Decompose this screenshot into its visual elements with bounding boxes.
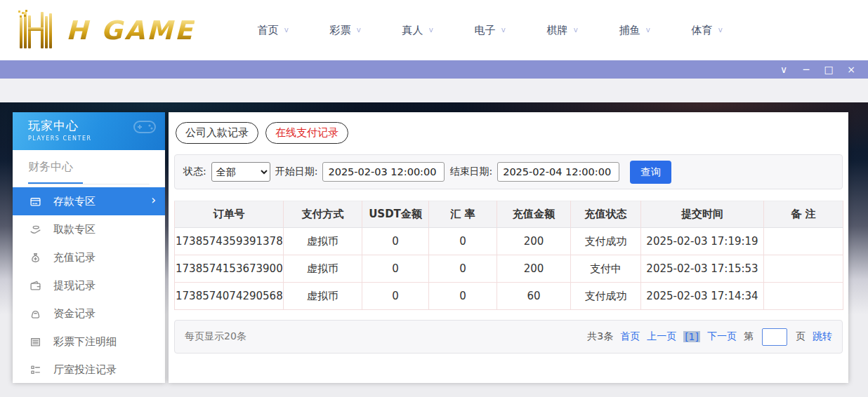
start-date-label: 开始日期: [275, 166, 318, 178]
players-center-header: 玩家中心 PLAYERS CENTER [13, 112, 165, 150]
table-body: 1738574359391378虚拟币00200支付成功2025-02-03 1… [175, 228, 843, 310]
table-cell [764, 283, 843, 310]
sidebar-item-recharge-record[interactable]: 充值记录› [13, 243, 165, 271]
sub-strip [0, 79, 868, 102]
chevron-down-icon: ∨ [428, 26, 435, 34]
record-tabs: 公司入款记录在线支付记录 [176, 122, 843, 144]
status-select[interactable]: 全部 [211, 162, 270, 182]
table-cell: 0 [362, 255, 429, 283]
list-icon [29, 336, 41, 348]
nav-item-fishing[interactable]: 捕鱼∨ [599, 24, 671, 37]
table-cell: 虚拟币 [284, 283, 362, 310]
table-cell [764, 228, 843, 255]
end-date-input[interactable] [497, 162, 619, 182]
content-stage: 玩家中心 PLAYERS CENTER 财务中心 存款专区›取款专区›充值记录›… [0, 102, 868, 397]
window-titlebar: ∨─□× [0, 60, 868, 79]
jump-pre-label: 第 [744, 330, 754, 343]
sidebar-item-withdraw-zone[interactable]: 取款专区› [13, 215, 165, 243]
nav-item-label: 体育 [692, 24, 713, 37]
close-icon[interactable]: × [840, 60, 862, 79]
search-button[interactable]: 查询 [630, 161, 671, 184]
nav-item-lottery[interactable]: 彩票∨ [310, 24, 382, 37]
chevron-down-icon: ∨ [718, 26, 724, 34]
column-header: 订单号 [175, 201, 284, 228]
sidebar-item-label: 彩票下注明细 [53, 335, 117, 349]
nav-item-label: 捕鱼 [619, 24, 640, 37]
sidebar-item-label: 取款专区 [53, 223, 96, 236]
minimize-icon[interactable]: ─ [795, 60, 817, 79]
first-page-link[interactable]: 首页 [620, 330, 640, 343]
filter-bar: 状态: 全部 开始日期: 结束日期: 查询 [174, 154, 843, 189]
table-cell: 1738574359391378 [175, 228, 284, 255]
table-row: 1738574153673900虚拟币00200支付中2025-02-03 17… [175, 255, 843, 283]
pagination-bar: 每页显示20条 共3条 首页 上一页 [1] 下一页 第 页 跳转 [174, 320, 843, 354]
table-cell: 0 [362, 283, 429, 310]
nav-item-live[interactable]: 真人∨ [382, 24, 454, 37]
nav-item-electronic[interactable]: 电子∨ [454, 24, 527, 37]
table-cell: 0 [362, 228, 429, 255]
purse-icon [29, 308, 41, 320]
table-cell: 0 [429, 283, 497, 310]
nav-item-sports[interactable]: 体育∨ [671, 24, 744, 37]
sidebar-menu: 存款专区›取款专区›充值记录›提现记录›资金记录›彩票下注明细›厅室投注记录› [13, 187, 165, 384]
sidebar-item-withdraw-record[interactable]: 提现记录› [13, 271, 165, 300]
page-jump-input[interactable] [762, 328, 787, 346]
table-cell: 虚拟币 [284, 255, 362, 283]
maximize-icon[interactable]: □ [817, 60, 840, 79]
nav-item-label: 彩票 [330, 24, 351, 37]
table-row: 1738574074290568虚拟币0060支付成功2025-02-03 17… [175, 283, 843, 310]
total-count: 共3条 [587, 330, 613, 343]
table-cell: 2025-02-03 17:15:53 [641, 255, 764, 283]
section-title: 财务中心 [28, 160, 150, 175]
sidebar-panel: 玩家中心 PLAYERS CENTER 财务中心 存款专区›取款专区›充值记录›… [13, 112, 165, 383]
table-cell: 支付中 [571, 255, 641, 283]
table-cell: 0 [429, 228, 497, 255]
hgame-logo-icon [18, 11, 60, 50]
app-window: H GAME 首页∨彩票∨真人∨电子∨棋牌∨捕鱼∨体育∨ ∨─□× 玩家中心 P… [0, 0, 868, 397]
sidebar-item-deposit-zone[interactable]: 存款专区› [13, 187, 165, 215]
start-date-input[interactable] [322, 162, 445, 182]
next-page-link[interactable]: 下一页 [707, 330, 737, 343]
section-divider [28, 182, 150, 184]
chevron-down-icon: ∨ [645, 26, 652, 34]
table-cell: 0 [429, 255, 497, 283]
hand-coin-icon [29, 224, 41, 236]
column-header: 充值状态 [571, 201, 641, 228]
current-page[interactable]: [1] [683, 331, 700, 342]
table-row: 1738574359391378虚拟币00200支付成功2025-02-03 1… [175, 228, 843, 255]
money-bag-icon [29, 252, 41, 264]
nav-item-board[interactable]: 棋牌∨ [527, 24, 599, 37]
nav-item-home[interactable]: 首页∨ [237, 24, 310, 37]
nav-item-label: 首页 [258, 24, 279, 37]
sidebar-item-funds-record[interactable]: 资金记录› [13, 300, 165, 328]
table-cell: 支付成功 [571, 283, 641, 310]
sidebar-item-label: 厅室投注记录 [53, 363, 117, 377]
site-header: H GAME 首页∨彩票∨真人∨电子∨棋牌∨捕鱼∨体育∨ [0, 0, 868, 60]
nav-item-label: 真人 [402, 24, 423, 37]
chevron-right-icon: › [151, 193, 156, 207]
table-cell: 200 [497, 255, 571, 283]
table-cell: 2025-02-03 17:19:19 [641, 228, 764, 255]
jump-link[interactable]: 跳转 [813, 330, 832, 343]
form-icon [29, 364, 41, 376]
chevron-down-icon[interactable]: ∨ [772, 60, 795, 79]
tab-online-payment[interactable]: 在线支付记录 [265, 122, 348, 144]
records-table: 订单号支付方式USDT金额汇 率充值金额充值状态提交时间备 注 17385743… [174, 201, 843, 310]
main-nav: 首页∨彩票∨真人∨电子∨棋牌∨捕鱼∨体育∨ [237, 24, 744, 37]
sidebar-item-lottery-detail[interactable]: 彩票下注明细› [13, 328, 165, 356]
column-header: 支付方式 [284, 201, 362, 228]
pager: 共3条 首页 上一页 [1] 下一页 第 页 跳转 [587, 328, 832, 346]
logo[interactable]: H GAME [18, 11, 222, 50]
column-header: USDT金额 [362, 201, 429, 228]
status-label: 状态: [183, 166, 206, 178]
prev-page-link[interactable]: 上一页 [647, 330, 676, 343]
per-page-label: 每页显示20条 [185, 330, 246, 343]
gamepad-icon [133, 118, 157, 139]
nav-item-label: 棋牌 [547, 24, 568, 37]
sidebar-item-label: 提现记录 [53, 279, 96, 292]
tab-company-deposit[interactable]: 公司入款记录 [176, 122, 258, 144]
sidebar-item-hall-bet-record[interactable]: 厅室投注记录› [13, 356, 165, 384]
table-cell: 2025-02-03 17:14:34 [641, 283, 764, 310]
card-icon [29, 196, 41, 208]
table-cell: 支付成功 [571, 228, 641, 255]
